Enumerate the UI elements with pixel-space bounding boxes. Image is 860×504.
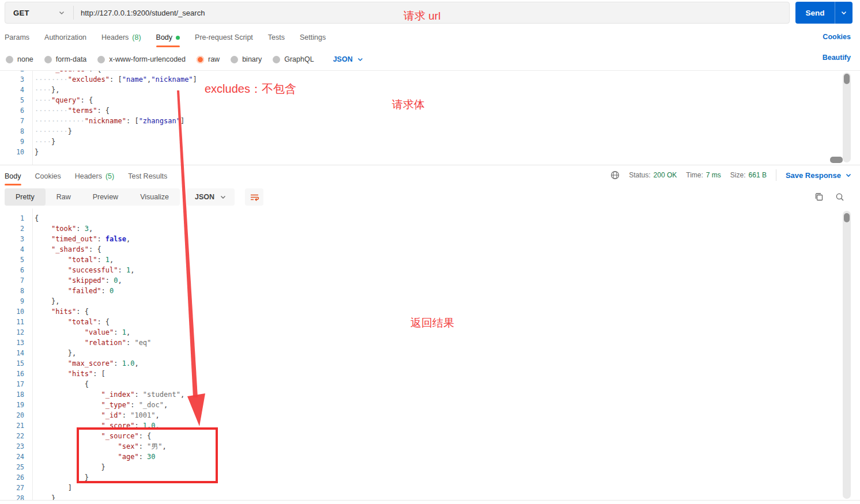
code-line: 14 }, [0,348,860,358]
view-preview[interactable]: Preview [82,188,129,206]
body-type-form-data[interactable]: form-data [44,55,87,63]
code-line: 7············"nickname": ["zhangsan"] [0,116,860,126]
size-pair: Size: 661 B [730,171,767,179]
line-number: 10 [0,147,24,157]
time-pair: Time: 7 ms [686,171,721,179]
line-number: 7 [0,116,24,126]
body-type-graphql[interactable]: GraphQL [273,55,314,63]
line-number: 1 [0,213,24,223]
annotation-request-body: 请求体 [392,97,425,112]
status-pair: Status: 200 OK [629,171,677,179]
line-number: 12 [0,327,24,338]
line-number: 13 [0,338,24,348]
tab-test-results[interactable]: Test Results [128,167,167,185]
line-number: 4 [0,244,24,255]
view-pretty[interactable]: Pretty [5,188,46,206]
code-line: 9····} [0,137,860,147]
rest-client-window: GET http://127.0.0.1:9200/student/_searc… [0,0,860,504]
body-set-dot-icon [176,36,180,40]
code-line: 3 "timed_out": false, [0,234,860,244]
response-scrollbar-thumb[interactable] [844,213,850,222]
request-editor-scrollbar[interactable] [843,73,851,162]
tab-tests[interactable]: Tests [268,28,285,47]
line-number: 15 [0,358,24,369]
line-number: 2 [0,223,24,234]
search-response-button[interactable] [835,192,845,202]
tab-label: Test Results [128,172,167,180]
send-options-chevron-icon[interactable] [835,2,853,24]
response-language-label: JSON [195,193,214,201]
body-type-x-www-form-urlencoded[interactable]: x-www-form-urlencoded [97,55,186,63]
tab-label: Body [156,33,173,41]
response-language-select[interactable]: JSON [187,188,235,206]
send-button[interactable]: Send [795,2,853,24]
view-raw[interactable]: Raw [46,188,82,206]
code-line: 10} [0,147,860,157]
tab-params[interactable]: Params [5,28,29,47]
radio-icon [44,56,52,63]
code-line: 5····"query": { [0,95,860,105]
tab-pre-request-script[interactable]: Pre-request Script [195,28,253,47]
line-number: 4 [0,85,24,95]
tab-label: Headers [101,33,129,41]
code-line: 18 "_index": "student", [0,389,860,400]
save-response-label: Save Response [786,171,841,180]
send-button-label[interactable]: Send [795,2,835,24]
radio-label: none [17,55,33,63]
request-editor-scrollbar-thumb[interactable] [844,74,850,84]
code-line: 28 } [0,493,860,501]
line-number: 5 [0,95,24,105]
tab-authorization[interactable]: Authorization [44,28,86,47]
request-editor-hscrollbar-thumb[interactable] [830,157,843,163]
radio-icon [97,56,105,63]
gutter-divider [32,71,33,165]
view-visualize[interactable]: Visualize [129,188,180,206]
line-number: 2 [0,70,24,74]
tab-count-badge: (8) [132,33,141,41]
code-line: 19 "_type": "_doc", [0,400,860,410]
response-status-bar: Status: 200 OK Time: 7 ms Size: 661 B Sa… [610,167,852,183]
radio-label: raw [208,55,220,63]
code-line: 2····"_source": { [0,70,860,74]
tab-settings[interactable]: Settings [300,28,326,47]
view-switcher: PrettyRawPreviewVisualize [5,188,180,206]
code-line: 15 "max_score": 1.0, [0,358,860,369]
body-type-none[interactable]: none [6,55,33,63]
request-body-editor[interactable]: 2····"_source": {3········"excludes": ["… [0,70,860,165]
request-tabs: ParamsAuthorizationHeaders(8)BodyPre-req… [0,28,860,47]
response-scrollbar[interactable] [843,211,851,499]
chevron-down-icon [220,194,227,200]
code-line: 6 "successful": 1, [0,265,860,275]
wrap-text-button[interactable] [245,188,263,206]
copy-response-button[interactable] [814,192,824,202]
method-select[interactable]: GET [5,2,73,23]
annotation-response-result: 返回结果 [410,316,454,331]
size-value: 661 B [749,171,767,179]
line-number: 3 [0,74,24,85]
tab-body[interactable]: Body [156,28,180,47]
code-line: 4····}, [0,85,860,95]
request-language-select[interactable]: JSON [333,55,364,63]
line-number: 14 [0,348,24,358]
line-number: 26 [0,472,24,483]
beautify-link[interactable]: Beautify [823,54,851,62]
request-language-label: JSON [333,55,353,63]
body-type-raw[interactable]: raw [197,55,220,63]
cookies-link[interactable]: Cookies [823,33,851,41]
save-response-button[interactable]: Save Response [786,171,852,180]
code-line: 8 "failed": 0 [0,286,860,296]
tab-headers[interactable]: Headers(5) [75,167,115,185]
body-type-bar: noneform-datax-www-form-urlencodedrawbin… [0,48,860,70]
method-label: GET [13,9,29,17]
tab-body[interactable]: Body [5,167,21,185]
search-icon [835,192,845,202]
code-line: 7 "skipped": 0, [0,275,860,286]
tab-label: Headers [75,172,102,180]
body-type-binary[interactable]: binary [231,55,262,63]
code-line: 16 "hits": [ [0,369,860,379]
tab-cookies[interactable]: Cookies [35,167,61,185]
tab-headers[interactable]: Headers(8) [101,28,141,47]
annotation-highlight-box [77,427,218,483]
code-line: 5 "total": 1, [0,255,860,265]
radio-label: form-data [56,55,87,63]
